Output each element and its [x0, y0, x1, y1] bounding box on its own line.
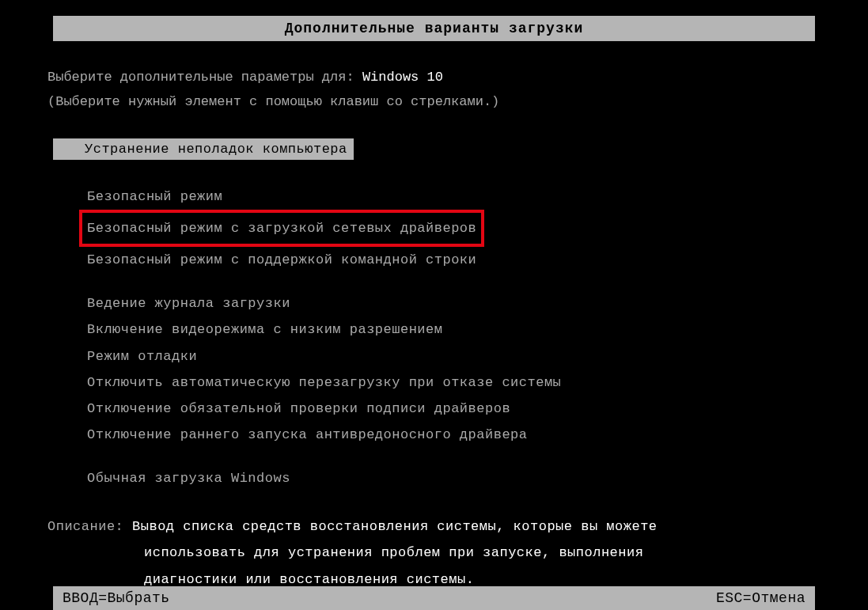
description-line-1: Вывод списка средств восстановления сист…: [132, 519, 658, 534]
option-debug-mode[interactable]: Режим отладки: [87, 343, 868, 369]
option-boot-logging[interactable]: Ведение журнала загрузки: [87, 290, 868, 316]
description-block: Описание: Вывод списка средств восстанов…: [47, 513, 868, 592]
option-low-res-video[interactable]: Включение видеорежима с низким разрешени…: [87, 316, 868, 343]
option-start-normally[interactable]: Обычная загрузка Windows: [87, 465, 868, 491]
os-name: Windows 10: [362, 70, 443, 85]
footer-enter-hint: ВВОД=Выбрать: [63, 590, 170, 606]
description-line-2: использовать для устранения проблем при …: [144, 540, 868, 566]
footer-bar: ВВОД=Выбрать ESC=Отмена: [53, 586, 815, 610]
prompt-prefix: Выберите дополнительные параметры для:: [47, 70, 362, 85]
header-title-bar: Дополнительные варианты загрузки: [53, 16, 815, 41]
option-safe-mode[interactable]: Безопасный режим: [87, 184, 868, 210]
header-title: Дополнительные варианты загрузки: [285, 21, 584, 36]
prompt-line-2: (Выберите нужный элемент с помощью клави…: [47, 89, 868, 114]
selected-option-label: Устранение неполадок компьютера: [85, 142, 347, 157]
option-disable-driver-sig[interactable]: Отключение обязательной проверки подписи…: [87, 396, 868, 422]
footer-esc-hint: ESC=Отмена: [716, 590, 805, 606]
prompt-line-1: Выберите дополнительные параметры для: W…: [47, 65, 868, 89]
option-safe-mode-networking[interactable]: Безопасный режим с загрузкой сетевых дра…: [79, 210, 484, 247]
option-disable-auto-restart[interactable]: Отключить автоматическую перезагрузку пр…: [87, 369, 868, 396]
option-disable-antimalware[interactable]: Отключение раннего запуска антивредоносн…: [87, 422, 868, 448]
option-safe-mode-cmd[interactable]: Безопасный режим с поддержкой командной …: [87, 247, 868, 273]
selected-option-repair[interactable]: Устранение неполадок компьютера: [53, 138, 354, 160]
boot-options-list: Безопасный режим Безопасный режим с загр…: [87, 184, 868, 491]
prompt-section: Выберите дополнительные параметры для: W…: [47, 65, 868, 115]
description-label: Описание:: [47, 519, 132, 534]
